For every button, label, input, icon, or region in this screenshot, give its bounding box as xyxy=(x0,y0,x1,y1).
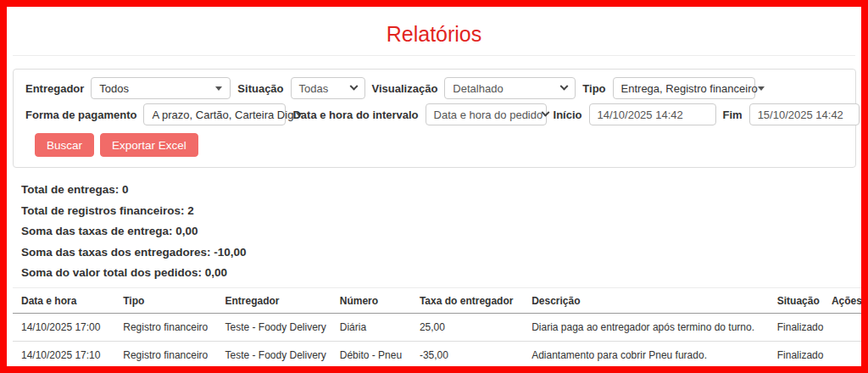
chevron-down-icon xyxy=(542,108,550,116)
buscar-button[interactable]: Buscar xyxy=(35,133,94,157)
chevron-down-icon xyxy=(349,81,358,90)
title-divider xyxy=(13,55,855,56)
entregador-label: Entregador xyxy=(25,82,84,95)
fim-input[interactable] xyxy=(749,103,860,125)
caret-down-icon xyxy=(215,86,222,91)
situacao-label: Situação xyxy=(237,82,283,95)
table-row: 14/10/2025 17:00 Registro financeiro Tes… xyxy=(13,313,862,341)
cell-descricao: Adiantamento para cobrir Pneu furado. xyxy=(523,341,769,369)
col-header-acoes: Ações xyxy=(823,287,862,313)
cell-numero: Diária xyxy=(331,313,411,341)
chevron-down-icon xyxy=(560,81,569,90)
situacao-select[interactable]: Todas xyxy=(291,77,365,99)
inicio-input[interactable] xyxy=(589,103,716,125)
cell-situacao: Finalizado xyxy=(769,341,823,369)
intervalo-label: Data e hora do intervalo xyxy=(292,109,418,121)
forma-pagamento-label: Forma de pagamento xyxy=(25,109,136,121)
situacao-select-value: Todas xyxy=(299,82,329,95)
filter-buttons-row: Buscar Exportar Excel xyxy=(35,133,843,157)
col-header-situacao: Situação xyxy=(769,287,823,313)
relatorios-page: Relatórios Entregador Todos Situação Tod… xyxy=(7,22,861,369)
filter-row-2: Forma de pagamento A prazo, Cartão, Cart… xyxy=(25,103,843,125)
cell-acoes xyxy=(823,341,862,369)
col-header-numero: Número xyxy=(331,287,411,313)
cell-tipo: Registro financeiro xyxy=(114,341,216,369)
intervalo-select-value: Data e hora do pedido xyxy=(434,109,543,121)
cell-data-hora: 14/10/2025 17:10 xyxy=(13,341,114,369)
tipo-select[interactable]: Entrega, Registro financeiro xyxy=(613,77,755,99)
entregador-select-value: Todos xyxy=(99,82,129,95)
intervalo-select[interactable]: Data e hora do pedido xyxy=(426,103,547,125)
col-header-descricao: Descrição xyxy=(523,287,769,313)
col-header-tipo: Tipo xyxy=(114,287,216,313)
table-row: 14/10/2025 17:10 Registro financeiro Tes… xyxy=(13,341,862,369)
col-header-taxa-entregador: Taxa do entregador xyxy=(411,287,523,313)
cell-entregador: Teste - Foody Delivery xyxy=(216,341,331,369)
col-header-data-e-hora: Data e hora xyxy=(13,287,114,313)
summary-soma-valor-pedidos: Soma do valor total dos pedidos: 0,00 xyxy=(21,266,861,279)
cell-taxa: -35,00 xyxy=(411,341,523,369)
forma-pagamento-select[interactable]: A prazo, Cartão, Carteira Digi xyxy=(143,103,286,125)
summary-soma-taxas-entrega: Soma das taxas de entrega: 0,00 xyxy=(21,225,861,237)
cell-descricao: Diaria paga ao entregador após termino d… xyxy=(523,313,769,341)
page-title: Relatórios xyxy=(7,22,861,47)
filter-panel: Entregador Todos Situação Todas Visualiz… xyxy=(13,69,856,168)
summary-soma-taxas-entregadores: Soma das taxas dos entregadores: -10,00 xyxy=(21,246,861,259)
filter-row-1: Entregador Todos Situação Todas Visualiz… xyxy=(25,77,843,99)
cell-taxa: 25,00 xyxy=(411,313,523,341)
fim-label: Fim xyxy=(723,109,743,121)
visualizacao-select-value: Detalhado xyxy=(453,82,503,95)
exportar-excel-button[interactable]: Exportar Excel xyxy=(100,133,198,157)
caret-down-icon xyxy=(758,86,765,91)
report-table: Data e hora Tipo Entregador Número Taxa … xyxy=(13,287,862,369)
forma-pagamento-select-value: A prazo, Cartão, Carteira Digi xyxy=(152,109,296,121)
cell-acoes xyxy=(823,313,862,341)
summary-section: Total de entregas: 0 Total de registros … xyxy=(21,183,861,279)
visualizacao-label: Visualização xyxy=(372,82,438,95)
cell-numero: Débito - Pneu xyxy=(331,341,411,369)
cell-situacao: Finalizado xyxy=(769,313,823,341)
cell-data-hora: 14/10/2025 17:00 xyxy=(13,313,114,341)
summary-total-entregas: Total de entregas: 0 xyxy=(21,183,861,196)
cell-entregador: Teste - Foody Delivery xyxy=(216,313,331,341)
col-header-entregador: Entregador xyxy=(216,287,331,313)
tipo-label: Tipo xyxy=(582,82,605,95)
table-header-row: Data e hora Tipo Entregador Número Taxa … xyxy=(13,287,862,313)
summary-total-registros: Total de registros financeiros: 2 xyxy=(21,204,861,217)
tipo-select-value: Entrega, Registro financeiro xyxy=(621,82,758,95)
inicio-label: Início xyxy=(554,109,582,121)
entregador-select[interactable]: Todos xyxy=(91,77,231,99)
visualizacao-select[interactable]: Detalhado xyxy=(444,77,576,99)
cell-tipo: Registro financeiro xyxy=(114,313,216,341)
